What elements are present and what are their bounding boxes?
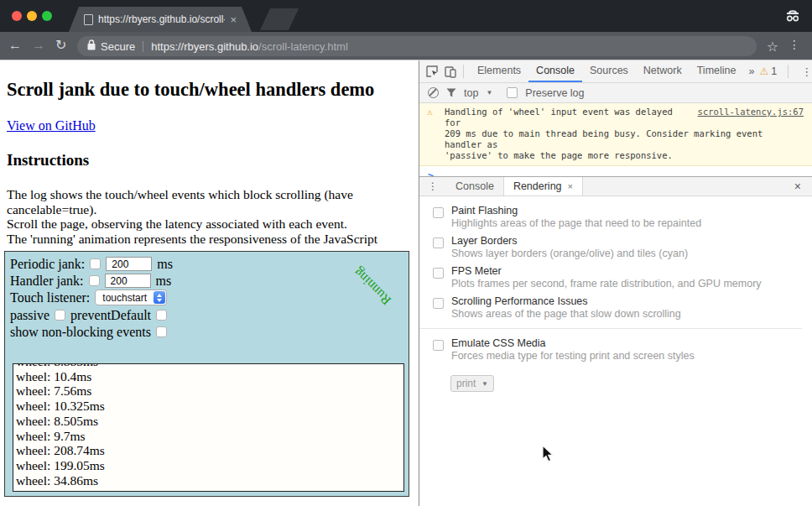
periodic-jank-input[interactable] [106, 257, 152, 271]
drawer-tab-rendering-label: Rendering [513, 177, 562, 196]
log-line: wheel: 8.885ms [16, 363, 403, 369]
rendering-option-emulate-css-media[interactable]: Emulate CSS Media Forces media type for … [433, 337, 802, 362]
bookmark-star-icon[interactable]: ☆ [767, 39, 778, 55]
devtools-tab-network[interactable]: Network [636, 60, 690, 82]
drawer-tab-rendering[interactable]: Rendering × [503, 177, 583, 196]
console-toolbar: top ▼ Preserve log [419, 83, 812, 103]
emulate-css-media-checkbox[interactable] [433, 340, 444, 351]
warning-badge-icon[interactable]: ⚠ [759, 65, 768, 77]
log-line: wheel: 10.325ms [16, 399, 403, 414]
tab-close-icon[interactable]: × [230, 13, 237, 26]
log-line: wheel: 10.4ms [16, 369, 403, 384]
inspect-element-icon[interactable] [426, 65, 439, 78]
toolbar-divider [788, 65, 789, 78]
url-host: https://rbyers.github.io [151, 40, 258, 53]
handler-jank-input[interactable] [105, 274, 151, 288]
instructions-line: Scroll the page, observing the latency a… [7, 216, 377, 232]
incognito-icon [783, 7, 802, 29]
log-line: wheel: 34.86ms [16, 473, 403, 488]
touch-listener-select[interactable]: touchstart [95, 290, 167, 305]
log-line: wheel: 208.74ms [16, 443, 403, 458]
page-favicon-icon [84, 14, 93, 25]
drawer-close-icon[interactable]: × [794, 180, 812, 193]
option-description: Highlights areas of the page that need t… [451, 217, 701, 229]
rendering-option-scrolling-performance-issues[interactable]: Scrolling Performance IssuesShows areas … [433, 295, 802, 320]
option-title: FPS Meter [451, 265, 762, 278]
drawer-tab-close-icon[interactable]: × [568, 177, 573, 196]
devtools-panel: ElementsConsoleSourcesNetworkTimeline » … [419, 60, 812, 506]
warning-line: 'passive' to make the page more responsi… [445, 150, 804, 161]
url-bar[interactable]: Secure https://rbyers.github.io /scroll-… [77, 36, 757, 56]
devtools-tab-sources[interactable]: Sources [582, 60, 636, 82]
passive-checkbox[interactable] [55, 310, 65, 321]
periodic-jank-label: Periodic jank: [10, 257, 85, 272]
devtools-tab-console[interactable]: Console [528, 60, 582, 82]
media-type-select[interactable]: print ▼ [450, 375, 494, 392]
minimize-window-button[interactable] [27, 11, 37, 21]
close-window-button[interactable] [12, 11, 22, 21]
browser-menu-icon[interactable]: ⋮ [789, 38, 800, 51]
event-log-lines: wheel: 8.885mswheel: 10.4mswheel: 7.56ms… [16, 363, 403, 488]
periodic-jank-checkbox[interactable] [90, 258, 101, 269]
handler-jank-label: Handler jank: [10, 274, 84, 289]
warning-line: 209 ms due to main thread being busy. Co… [445, 128, 804, 150]
option-checkbox[interactable] [433, 237, 444, 248]
log-line: wheel: 7.56ms [16, 383, 403, 399]
instructions-line: The 'running' animation represents the r… [7, 232, 377, 247]
devtools-menu-icon[interactable]: ⋮ [794, 65, 812, 78]
drawer-tab-console[interactable]: Console [446, 177, 503, 196]
back-icon[interactable]: ← [8, 37, 22, 54]
handler-jank-checkbox[interactable] [89, 275, 100, 286]
rendering-panel: Paint FlashingHighlights areas of the pa… [419, 196, 812, 392]
new-tab-button[interactable] [260, 8, 299, 30]
filter-icon[interactable] [446, 88, 456, 97]
show-nonblocking-checkbox[interactable] [156, 326, 167, 337]
devtools-drawer: ⋮ Console Rendering × × Paint FlashingHi… [419, 176, 812, 506]
console-warning-message: ⚠ scroll-latency.js:67 Handling of 'whee… [419, 103, 812, 166]
devtools-tab-timeline[interactable]: Timeline [690, 60, 744, 82]
clear-console-icon[interactable] [428, 87, 439, 98]
warning-count: 1 [771, 65, 777, 77]
devtools-header: ElementsConsoleSourcesNetworkTimeline » … [419, 60, 812, 83]
page-title: Scroll jank due to touch/wheel handlers … [7, 79, 374, 101]
device-toolbar-icon[interactable] [445, 65, 457, 78]
option-checkbox[interactable] [433, 268, 444, 279]
preserve-log-checkbox[interactable] [507, 87, 518, 98]
devtools-tab-elements[interactable]: Elements [470, 60, 528, 82]
warning-icon: ⚠ [427, 107, 433, 117]
option-title: Emulate CSS Media [451, 337, 695, 350]
option-description: Shows areas of the page that slow down s… [451, 308, 681, 320]
prevent-default-label: preventDefault [70, 308, 151, 323]
preserve-log-label: Preserve log [525, 87, 584, 99]
url-separator [143, 41, 143, 52]
titlebar: https://rbyers.github.io/scroll-l × [0, 0, 812, 32]
option-checkbox[interactable] [433, 207, 444, 218]
option-description: Shows layer borders (orange/olive) and t… [451, 248, 688, 259]
show-nonblocking-label: show non-blocking events [10, 325, 151, 340]
option-checkbox[interactable] [433, 298, 444, 309]
panel-divider [419, 328, 802, 329]
passive-label: passive [10, 308, 49, 323]
maximize-window-button[interactable] [42, 11, 52, 21]
browser-tab[interactable]: https://rbyers.github.io/scroll-l × [69, 7, 252, 32]
rendering-option-fps-meter[interactable]: FPS MeterPlots frames per second, frame … [433, 265, 802, 290]
more-tabs-icon[interactable]: » [743, 65, 759, 77]
instructions-text: The log shows the touch/wheel events whi… [7, 187, 377, 246]
view-on-github-link[interactable]: View on GitHub [7, 118, 96, 133]
execution-context-value[interactable]: top [464, 87, 478, 99]
secure-label: Secure [101, 40, 135, 53]
drawer-menu-icon[interactable]: ⋮ [419, 180, 446, 192]
url-path: /scroll-latency.html [258, 40, 348, 53]
mouse-cursor [541, 445, 555, 467]
context-dropdown-icon[interactable]: ▼ [486, 89, 492, 97]
prevent-default-checkbox[interactable] [156, 310, 167, 321]
option-title: Scrolling Performance Issues [451, 295, 681, 308]
reload-icon[interactable]: ↻ [55, 37, 66, 54]
warning-source-link[interactable]: scroll-latency.js:67 [698, 107, 804, 117]
option-description: Forces media type for testing print and … [451, 350, 695, 362]
rendering-option-paint-flashing[interactable]: Paint FlashingHighlights areas of the pa… [433, 205, 802, 229]
rendering-option-layer-borders[interactable]: Layer BordersShows layer borders (orange… [433, 235, 802, 259]
media-dropdown-icon: ▼ [481, 380, 488, 388]
devtools-tabs: ElementsConsoleSourcesNetworkTimeline [470, 60, 743, 82]
drawer-tab-bar: ⋮ Console Rendering × × [419, 177, 812, 196]
